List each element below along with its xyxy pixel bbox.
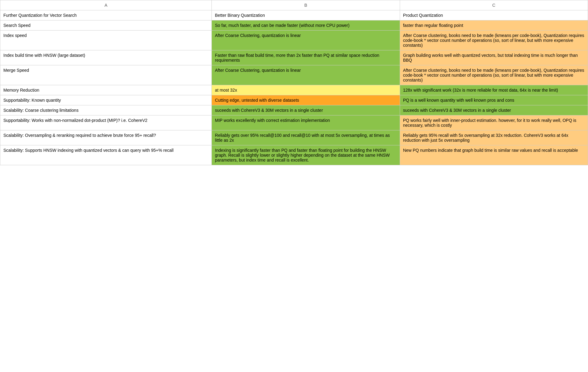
row-col-c: suceeds with CohereV3 & 30M vectors in a… bbox=[400, 105, 588, 115]
row-col-c: Reliably gets 95% recall with 5x oversam… bbox=[400, 130, 588, 145]
row-label: Merge Speed bbox=[0, 65, 212, 85]
row-col-c: PQ works fairly well with inner-product … bbox=[400, 115, 588, 130]
row-col-c: After Coarse clustering, books need to b… bbox=[400, 31, 588, 50]
row-col-b: After Coarse Clustering, quantization is… bbox=[212, 65, 400, 85]
row-label: Scalability: Coarse clustering limitatio… bbox=[0, 105, 212, 115]
header-row: A B C bbox=[0, 0, 588, 10]
row-col-b: So far, much faster, and can be made fas… bbox=[212, 20, 400, 31]
row-col-b: at most 32x bbox=[212, 85, 400, 95]
row-label: Index speed bbox=[0, 31, 212, 50]
table-row: Index build time with HNSW (large datase… bbox=[0, 50, 588, 65]
row-col-b: Cutting edge, untested with diverse data… bbox=[212, 95, 400, 105]
row-label: Search Speed bbox=[0, 20, 212, 31]
row-col-c: faster than regular floating point bbox=[400, 20, 588, 31]
row-label: Supportability: Known quantity bbox=[0, 95, 212, 105]
table-row: Supportability: Known quantityCutting ed… bbox=[0, 95, 588, 105]
row-col-b: Reliably gets over 95% recall@100 and re… bbox=[212, 130, 400, 145]
comparison-table: A B C Further Quantization for Vector Se… bbox=[0, 0, 588, 165]
table-row: Index speedAfter Coarse Clustering, quan… bbox=[0, 31, 588, 50]
table-row: Scalability: Supports HNSW indexing with… bbox=[0, 145, 588, 165]
row-label: Scalability: Supports HNSW indexing with… bbox=[0, 145, 212, 165]
row-col-b: Faster than raw float build time, more t… bbox=[212, 50, 400, 65]
row-col-c: PQ is a well known quantity with well kn… bbox=[400, 95, 588, 105]
row-label: Further Quantization for Vector Search bbox=[0, 10, 212, 20]
row-col-c: After Coarse clustering, books need to b… bbox=[400, 65, 588, 85]
row-label: Index build time with HNSW (large datase… bbox=[0, 50, 212, 65]
row-col-b: Better Binary Quantization bbox=[212, 10, 400, 20]
table-row: Scalability: Oversampling & reranking re… bbox=[0, 130, 588, 145]
row-col-b: suceeds with CohereV3 & 30M vectors in a… bbox=[212, 105, 400, 115]
table-row: Memory Reductionat most 32x128x with sig… bbox=[0, 85, 588, 95]
col-header-b: B bbox=[212, 0, 400, 10]
table-row: Search SpeedSo far, much faster, and can… bbox=[0, 20, 588, 31]
row-col-c: Graph building works well with quantized… bbox=[400, 50, 588, 65]
row-col-b: After Coarse Clustering, quantization is… bbox=[212, 31, 400, 50]
row-label: Memory Reduction bbox=[0, 85, 212, 95]
table-row: Merge SpeedAfter Coarse Clustering, quan… bbox=[0, 65, 588, 85]
row-col-c: 128x with significant work (32x is more … bbox=[400, 85, 588, 95]
table-row: Supportability: Works with non-normalize… bbox=[0, 115, 588, 130]
col-header-a: A bbox=[0, 0, 212, 10]
col-header-c: C bbox=[400, 0, 588, 10]
row-col-b: Indexing is significantly faster than PQ… bbox=[212, 145, 400, 165]
table-row: Scalability: Coarse clustering limitatio… bbox=[0, 105, 588, 115]
table-row: Further Quantization for Vector SearchBe… bbox=[0, 10, 588, 20]
row-col-c: New PQ numbers indicate that graph build… bbox=[400, 145, 588, 165]
row-col-b: MIP works excellently with correct estim… bbox=[212, 115, 400, 130]
row-label: Supportability: Works with non-normalize… bbox=[0, 115, 212, 130]
row-col-c: Product Quantization bbox=[400, 10, 588, 20]
row-label: Scalability: Oversampling & reranking re… bbox=[0, 130, 212, 145]
